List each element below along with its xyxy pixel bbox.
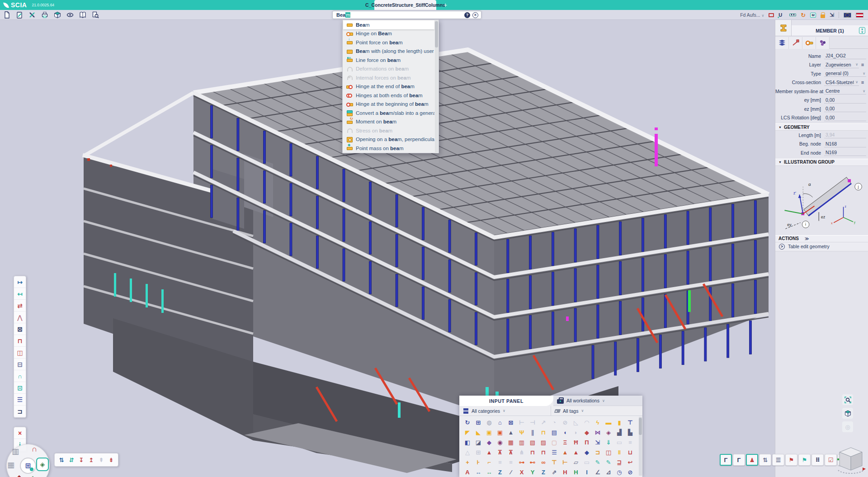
input-tool-icon[interactable]: I (581, 468, 592, 477)
expand-icon[interactable]: ⇲ (830, 12, 834, 18)
input-tool-icon[interactable]: H (571, 468, 581, 477)
input-tool-icon[interactable]: Z (538, 468, 549, 477)
input-tool-icon[interactable]: ⊞ (473, 418, 484, 427)
search-result-item[interactable]: Point mass on beam (343, 144, 434, 153)
search-result-item[interactable]: Moment on beam (343, 118, 434, 127)
categories-dropdown[interactable]: All categories ∨ (459, 406, 551, 416)
zoom-window-icon[interactable] (769, 13, 774, 17)
scrollbar-thumb[interactable] (639, 418, 642, 435)
property-value[interactable]: N169 (824, 149, 866, 156)
input-tool-icon[interactable]: ⊢ (516, 418, 527, 427)
input-tool-icon[interactable]: Π (581, 438, 592, 447)
input-tool-icon[interactable]: X (516, 468, 527, 477)
input-tool-icon[interactable]: ↔ (484, 468, 495, 477)
input-tool-icon[interactable]: ≡ (495, 458, 505, 467)
search-result-item[interactable]: Hinges at both ends of beam (343, 91, 434, 100)
input-tool-icon[interactable]: H (560, 468, 571, 477)
lock-icon[interactable] (821, 14, 825, 18)
search-result-item[interactable]: Beam with (along the length) user d… (343, 47, 434, 56)
edit-tool-icon[interactable]: ◫ (14, 347, 26, 359)
search-result-item[interactable]: Internal forces on beam (343, 73, 434, 82)
geometry-section-header[interactable]: ▼GEOMETRY (775, 123, 868, 131)
view-tool-icon[interactable]: ☰ (772, 454, 784, 466)
view-tool-icon[interactable]: ⚑ (798, 454, 811, 466)
input-panel-tab[interactable]: INPUT PANEL (459, 396, 553, 406)
search-input[interactable]: Bea m ? × (332, 11, 481, 19)
input-tool-icon[interactable]: ↩ (625, 458, 636, 467)
document-tab[interactable]: C_ConcreteStructure_StiffColumns (374, 0, 436, 10)
input-tool-icon[interactable]: ⊤ (549, 458, 560, 467)
input-tool-icon[interactable]: ◣ (473, 428, 484, 437)
property-value[interactable]: Zugewiesen∨ (824, 61, 859, 68)
member-tab[interactable] (775, 20, 792, 36)
input-tool-icon[interactable]: ▭ (581, 458, 592, 467)
illustration-section-header[interactable]: ▼ILLUSTRATION GROUP (775, 159, 868, 166)
input-tool-icon[interactable]: ◺ (571, 418, 581, 427)
input-tool-icon[interactable]: ▱ (571, 458, 581, 467)
navigation-cube[interactable] (835, 445, 866, 477)
input-tool-icon[interactable]: ⊶ (516, 458, 527, 467)
search-result-item[interactable]: Convert a beam/slab into a general … (343, 109, 434, 118)
input-tool-icon[interactable]: ≡ (625, 438, 636, 447)
input-panel-scrollbar[interactable] (639, 417, 642, 476)
property-value[interactable]: 0,00 (824, 114, 866, 121)
input-tool-icon[interactable]: ⊿ (603, 468, 614, 477)
wheel-arch-icon[interactable]: ∩ (32, 445, 37, 454)
input-tool-icon[interactable]: Ξ (560, 438, 571, 447)
wheel-center-button[interactable]: ⊞ (20, 458, 36, 474)
input-tool-icon[interactable]: Ħ (571, 438, 581, 447)
edit-tool-icon[interactable]: ⊓ (14, 335, 26, 347)
chevron-down-icon[interactable]: ∨ (863, 89, 866, 93)
input-tool-icon[interactable]: ▥ (516, 438, 527, 447)
input-tool-icon[interactable]: ▬ (603, 418, 614, 427)
chevron-down-icon[interactable]: ∨ (855, 62, 859, 66)
input-tool-icon[interactable]: ⌐ (484, 458, 495, 467)
tools-icon[interactable] (28, 11, 36, 19)
input-tool-icon[interactable]: ▭ (614, 438, 625, 447)
input-tool-icon[interactable]: ◪ (473, 438, 484, 447)
input-tool-icon[interactable]: ◷ (614, 468, 625, 477)
wheel-crates-icon[interactable]: ▥ (12, 447, 19, 456)
input-tool-icon[interactable]: ▟ (614, 428, 625, 437)
input-tool-icon[interactable]: ▦ (505, 438, 516, 447)
input-tool-icon[interactable]: ⊓ (538, 428, 549, 437)
input-tool-icon[interactable]: ▲ (505, 428, 516, 437)
property-value[interactable]: Centre∨ (824, 88, 866, 94)
property-value[interactable]: 0,00 (824, 105, 866, 112)
chevron-down-icon[interactable]: ∨ (855, 80, 859, 84)
property-value[interactable]: 0,00 (824, 97, 866, 104)
measure-icon[interactable] (789, 14, 796, 16)
input-tool-icon[interactable]: ⇓ (603, 438, 614, 447)
input-tool-icon[interactable]: Ψ (516, 428, 527, 437)
ucs-undo-icon[interactable]: U↙ (778, 12, 785, 18)
eu-flag-icon[interactable] (844, 13, 851, 18)
profile-dropdown[interactable]: Fd Aufs...∨ (740, 12, 764, 18)
input-tool-icon[interactable]: ⊤ (625, 418, 636, 427)
input-tool-icon[interactable]: ◠ (581, 418, 592, 427)
view-tool-icon[interactable]: ⇅ (759, 454, 771, 466)
view-tool-icon[interactable]: ⠿ (811, 454, 824, 466)
propeller-filter-tab[interactable] (816, 37, 830, 49)
input-tool-icon[interactable]: ⊒ (614, 458, 625, 467)
input-tool-icon[interactable]: ◈ (603, 428, 614, 437)
input-tool-icon[interactable]: ∕ (505, 468, 516, 477)
input-tool-icon[interactable]: ◧ (462, 438, 473, 447)
new-project-icon[interactable] (3, 11, 10, 19)
view-tool-icon[interactable]: ♟ (746, 454, 758, 466)
edit-tool-icon[interactable]: ⊡ (14, 382, 26, 394)
edit-tool-icon[interactable]: ☰ (14, 394, 26, 406)
search-result-item[interactable]: Point force on beam (343, 38, 434, 47)
input-tool-icon[interactable]: ◔ (549, 418, 560, 427)
print-icon[interactable] (41, 11, 48, 19)
input-tool-icon[interactable]: ⊢ (560, 458, 571, 467)
workstations-dropdown[interactable]: All workstations ∨ (553, 396, 642, 406)
edit-tool-icon[interactable]: × (14, 427, 26, 439)
search-result-item[interactable]: Line force on beam (343, 56, 434, 65)
edit-tool-icon[interactable]: ⊟ (14, 359, 26, 370)
input-tool-icon[interactable]: ↔ (473, 468, 484, 477)
input-tool-icon[interactable]: ◗ (571, 428, 581, 437)
view-tool-icon[interactable]: Γ (733, 454, 745, 466)
input-tool-icon[interactable]: ▮ (614, 418, 625, 427)
input-tool-icon[interactable]: ✎ (592, 458, 603, 467)
edit-tool-icon[interactable]: ↤ (14, 288, 26, 300)
